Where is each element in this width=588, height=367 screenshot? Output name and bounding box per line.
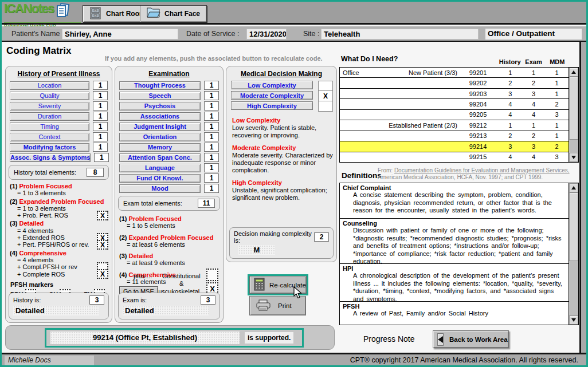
hpi-element-button[interactable]: Location	[10, 81, 89, 90]
exam-total-value: 11	[198, 199, 215, 208]
page-title: Coding Matrix	[6, 45, 71, 57]
site-field[interactable]: Telehealth	[321, 29, 479, 40]
scroll-down-button[interactable]	[569, 153, 578, 162]
hpi-element-count: 1	[93, 143, 108, 152]
exam-total-label: Exam total elements:	[123, 200, 182, 207]
exam-element-button[interactable]: Memory	[119, 143, 201, 152]
exam-element-button[interactable]: Speech	[119, 92, 201, 100]
supported-code-highlight: 99214 (Office Pt, Established) is suppor…	[45, 328, 304, 348]
definition-entry: Chief Complaint A concise statement desc…	[340, 183, 569, 219]
hpi-element-button[interactable]: Modifying factors	[10, 143, 89, 152]
criteria-line: + Prob. Pert. ROS X	[10, 212, 108, 219]
mdm-complexity-button[interactable]: High Complexity	[231, 101, 313, 110]
plus-label: plus....	[134, 273, 152, 279]
mdm-selection-box[interactable]	[318, 101, 333, 112]
definition-entry: Counseling Discussion with patient or fa…	[340, 219, 569, 264]
pfsh-markers-label: PFSH markers	[10, 281, 112, 288]
mdm-description: Moderate Complexity Moderate severity. C…	[232, 144, 333, 174]
chart-face-button[interactable]: Chart Face	[140, 5, 207, 22]
hpi-panel: History of Present Illness Location 1 Qu…	[5, 66, 112, 323]
exam-element-button[interactable]: Thought Process	[119, 81, 201, 90]
exam-level-text: Detailed	[123, 306, 209, 315]
site-label: Site :	[303, 30, 320, 38]
exam-element-count: 1	[204, 132, 219, 141]
definitions-scrollbar[interactable]	[569, 183, 578, 325]
table-scrollbar[interactable]	[569, 68, 578, 162]
supported-code-bar: 99214 (Office Pt, Established) is suppor…	[5, 325, 335, 350]
exam-element-button[interactable]: Mood	[119, 184, 201, 193]
exam-element-count: 1	[204, 163, 219, 172]
scrollbar-thumb[interactable]	[569, 77, 578, 140]
hpi-title: History of Present Illness	[7, 70, 111, 78]
hpi-element-button[interactable]: Quality	[10, 92, 89, 100]
mdm-complexity-value: 2	[314, 232, 329, 242]
table-row[interactable]: Office New Patient (3/3) 99201 1 1 1	[340, 68, 569, 78]
scroll-up-button[interactable]	[569, 68, 578, 77]
exam-item-row: Speech 1	[119, 91, 219, 100]
table-row[interactable]: 99214 3 3 2	[340, 141, 569, 152]
mdm-selection-box[interactable]: X	[318, 91, 333, 101]
patient-name-field[interactable]: Shirley, Anne	[62, 29, 178, 40]
hpi-element-button[interactable]: Assoc. Signs & Symptoms	[10, 153, 91, 162]
table-row[interactable]: 99205 4 4 3	[340, 110, 569, 120]
exam-item-list: Thought Process 1 Speech 1 Psychosis 1 A…	[115, 81, 223, 193]
table-row[interactable]: 99203 3 3 1	[340, 89, 569, 99]
hpi-element-button[interactable]: Context	[10, 133, 89, 141]
criteria-line: + Extended ROS X	[10, 234, 108, 241]
criteria-checkbox[interactable]: X	[97, 269, 108, 279]
exam-is-label: Exam is:	[123, 297, 147, 303]
patient-info-bar: Patient's Name : Shirley, Anne Date of S…	[2, 26, 586, 42]
exam-element-count: 1	[204, 143, 219, 152]
folder-icon	[147, 7, 160, 20]
table-row[interactable]: 99215 4 4 3	[340, 152, 569, 162]
code-table-body: Office New Patient (3/3) 99201 1 1 1 992…	[340, 68, 569, 162]
exam-element-count: 1	[204, 101, 219, 111]
hpi-element-count: 1	[93, 132, 108, 141]
hpi-item-row: Timing 1	[10, 122, 108, 131]
mdm-complexity-button[interactable]: Moderate Complexity	[231, 91, 313, 100]
exam-item-row: Attention Span Conc. 1	[119, 153, 219, 162]
exam-element-count: 1	[204, 184, 219, 193]
criteria-line: = 1 to 3 elements	[10, 205, 108, 212]
table-row[interactable]: 99204 4 4 2	[340, 99, 569, 109]
exam-element-button[interactable]: Attention Span Conc.	[119, 153, 201, 162]
definitions-title: Definitions	[342, 171, 382, 180]
status-bar: Michelle Docs CPT® copyright 2017 Americ…	[2, 353, 586, 365]
table-row[interactable]: 99213 2 2 1	[340, 131, 569, 141]
criteria-line: = 4 elements	[10, 256, 108, 263]
exam-element-button[interactable]: Language	[119, 164, 201, 172]
exam-item-row: Language 1	[119, 163, 219, 172]
exam-element-button[interactable]: Judgment Insight	[119, 123, 201, 131]
table-row[interactable]: 99202 2 2 1	[340, 78, 569, 88]
ampersand: &	[179, 280, 183, 287]
history-is-label: History is:	[13, 297, 41, 303]
hpi-element-button[interactable]: Duration	[10, 112, 89, 121]
criteria-checkbox[interactable]: X	[97, 211, 108, 220]
scroll-down-button[interactable]	[569, 315, 578, 325]
history-level-text: Detailed	[13, 306, 99, 315]
scroll-up-button[interactable]	[569, 183, 578, 192]
scrollbar-thumb[interactable]	[569, 192, 578, 261]
hpi-element-count: 1	[93, 122, 108, 131]
hpi-element-button[interactable]: Timing	[10, 123, 89, 131]
exam-element-button[interactable]: Associations	[119, 112, 201, 121]
table-row[interactable]: Established Patient (2/3) 99212 1 1 1	[340, 120, 569, 131]
hpi-element-button[interactable]: Severity	[10, 102, 89, 111]
mdm-selection-box[interactable]	[318, 81, 333, 91]
exam-element-count: 1	[204, 173, 219, 183]
mdm-button-list: Low Complexity Moderate Complexity High …	[231, 81, 313, 112]
criteria-checkbox[interactable]: X	[97, 240, 108, 250]
mdm-complexity-button[interactable]: Low Complexity	[231, 81, 313, 89]
exam-column-header: Exam	[522, 58, 545, 65]
mdm-complexity-label: Decision making complexity is:	[234, 230, 314, 244]
exam-element-button[interactable]: Psychosis	[119, 102, 201, 111]
exam-element-button[interactable]: Orientation	[119, 133, 201, 141]
file-cabinet-icon	[89, 7, 102, 21]
source-link[interactable]: Documentation Guidelines for Evaluation …	[394, 167, 570, 173]
date-of-service-field[interactable]: 12/31/2020	[246, 29, 287, 40]
logo-name: ICANotes	[4, 2, 54, 15]
constitutional-checkbox[interactable]	[206, 269, 218, 281]
exam-element-count: 1	[204, 112, 219, 121]
back-to-work-area-button[interactable]: Back to Work Area	[433, 330, 509, 348]
exam-element-button[interactable]: Fund Of Knowl.	[119, 174, 201, 183]
